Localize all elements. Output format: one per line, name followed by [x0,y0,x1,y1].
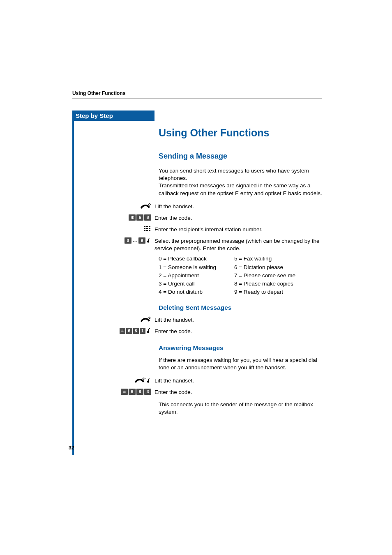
step-enter-recipient: Enter the recipient's internal station n… [159,226,322,235]
key-hash: ⌗ [121,389,128,395]
options-col-left: 0 = Please callback 1 = Someone is waiti… [159,255,216,296]
answering-outro: This connects you to the sender of the m… [159,401,322,416]
tone-icon [146,237,151,244]
option-4: 4 = Do not disturb [159,288,216,296]
tone-icon [146,328,151,334]
step-lift-handset-1: Lift the handset. [159,203,322,212]
key-8: 8 [133,328,139,334]
sending-intro: You can send short text messages to user… [159,167,322,197]
sidebar: Step by Step [72,111,154,121]
key-6: 6 [129,389,136,395]
key-3: 3 [144,389,151,395]
key-8: 8 [136,389,143,395]
step-lift-handset-3: Lift the handset. [159,377,322,386]
handset-icon [140,203,151,210]
step-text: Enter the code. [154,328,322,335]
option-2: 2 = Appointment [159,272,216,280]
option-9: 9 = Ready to depart [234,288,295,296]
step-enter-code-2: ⌗ 6 8 1 Enter the code. [159,328,322,337]
keypad-icon [144,226,151,232]
section-heading-deleting: Deleting Sent Messages [159,304,322,311]
option-6: 6 = Dictation please [234,263,295,272]
key-0: 0 [125,237,131,244]
step-lift-handset-2: Lift the handset. [159,316,322,325]
step-by-step-label: Step by Step [72,111,154,121]
step-enter-code-3: ⌗ 6 8 3 Enter the code. [159,389,322,398]
option-8: 8 = Please make copies [234,280,295,288]
main-content: Using Other Functions Sending a Message … [154,111,322,421]
key-8: 8 [144,214,151,221]
header-rule [72,99,322,99]
step-text: Lift the handset. [154,203,322,210]
key-6: 6 [126,328,132,334]
step-text: Lift the handset. [154,377,322,385]
option-3: 3 = Urgent call [159,280,216,288]
option-5: 5 = Fax waiting [234,255,295,263]
key-star: ✱ [129,214,136,221]
key-1: 1 [140,328,145,334]
option-7: 7 = Please come see me [234,272,295,280]
answering-intro: If there are messages waiting for you, y… [159,357,322,371]
page-title: Using Other Functions [159,127,322,139]
step-text: Select the preprogrammed message (which … [154,237,322,252]
running-header: Using Other Functions [72,90,322,96]
step-enter-code-1: ✱ 6 8 Enter the code. [159,214,322,223]
key-6: 6 [136,214,143,221]
step-text: Enter the code. [154,389,322,396]
key-hash: ⌗ [120,328,125,334]
section-heading-sending: Sending a Message [159,152,322,161]
tone-icon [146,378,151,384]
key-range-separator: ... [132,238,138,243]
section-heading-answering: Answering Messages [159,344,322,352]
handset-icon [134,377,145,384]
option-1: 1 = Someone is waiting [159,263,216,272]
options-col-right: 5 = Fax waiting 6 = Dictation please 7 =… [234,255,295,296]
option-0: 0 = Please callback [159,255,216,263]
page-number: 32 [69,445,74,451]
step-text: Lift the handset. [154,316,322,324]
sidebar-rule [72,119,74,455]
step-text: Enter the code. [154,214,322,222]
step-select-message: 0 ... 9 Select the preprogrammed message… [159,237,322,252]
key-9: 9 [138,237,145,244]
handset-icon [140,316,151,323]
step-text: Enter the recipient's internal station n… [154,226,322,233]
message-options: 0 = Please callback 1 = Someone is waiti… [159,255,322,296]
